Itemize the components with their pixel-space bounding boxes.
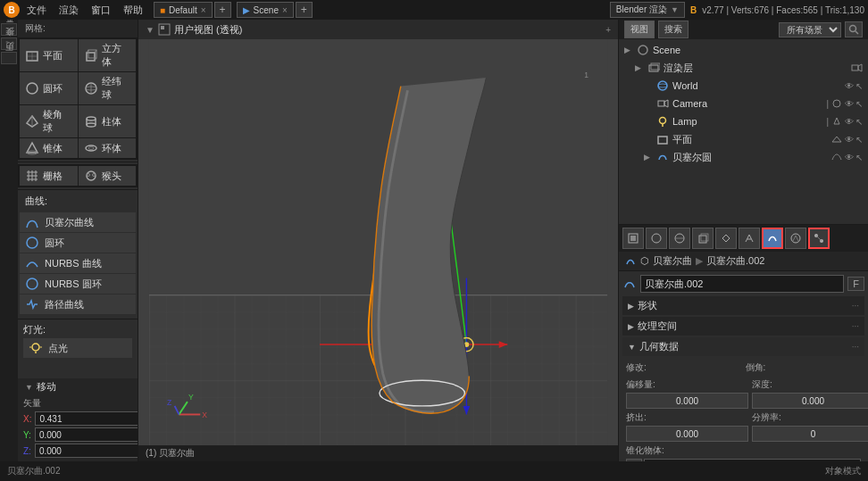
camera-cursor-icon[interactable]: ↖ bbox=[855, 99, 863, 109]
plane-visible-icon[interactable]: 👁 bbox=[845, 135, 854, 145]
mesh-cube[interactable]: 立方体 bbox=[79, 39, 137, 71]
scene-expand: ▶ bbox=[624, 46, 633, 54]
mesh-circle[interactable]: 圆环 bbox=[20, 72, 78, 104]
camera-render-icon bbox=[830, 97, 843, 110]
plane-cursor-icon[interactable]: ↖ bbox=[855, 135, 863, 145]
offset-label: 偏移量: bbox=[626, 378, 748, 391]
curve-bezier[interactable]: 贝塞尔曲线 bbox=[20, 212, 136, 232]
tab2-close[interactable]: × bbox=[282, 5, 288, 15]
svg-point-69 bbox=[658, 84, 667, 87]
props-tab-render[interactable] bbox=[622, 228, 644, 249]
mesh-icosphere[interactable]: 棱角球 bbox=[20, 105, 78, 137]
z-value-input[interactable] bbox=[35, 444, 138, 458]
svg-point-33 bbox=[27, 278, 38, 289]
texture-space-header[interactable]: ▶ 纹理空间 ··· bbox=[622, 317, 864, 336]
camera-visible-icon[interactable]: 👁 bbox=[845, 99, 854, 109]
mesh-cone[interactable]: 锥体 bbox=[20, 138, 78, 158]
menu-render[interactable]: 渲染 bbox=[54, 2, 84, 19]
version-info: v2.77 | Verts:676 | Faces:565 | Tris:1,1… bbox=[702, 5, 864, 15]
plane-icon bbox=[656, 133, 669, 145]
light-point[interactable]: 点光 bbox=[23, 338, 132, 358]
svg-text:Y: Y bbox=[188, 393, 194, 402]
right-panel: 视图 搜索 所有场景 ▶ Scene ▶ 渲染层 bbox=[618, 20, 868, 461]
outliner-search-tab[interactable]: 搜索 bbox=[658, 21, 689, 38]
curve-nurbs[interactable]: NURBS 曲线 bbox=[20, 253, 136, 273]
offset-input[interactable] bbox=[626, 393, 748, 409]
menu-window[interactable]: 窗口 bbox=[86, 2, 116, 19]
props-tab-modifiers[interactable] bbox=[739, 228, 760, 249]
curve-circle[interactable]: 圆环 bbox=[20, 233, 136, 253]
mesh-section-label: 网格: bbox=[18, 20, 138, 37]
vtab-tools[interactable]: 工具 bbox=[1, 23, 17, 36]
tab-add-btn[interactable]: + bbox=[214, 2, 231, 18]
mesh-plane[interactable]: 平面 bbox=[20, 39, 78, 71]
scope-dropdown[interactable]: 所有场景 bbox=[779, 22, 841, 37]
lamp-type-icon bbox=[830, 115, 843, 128]
props-tab-data[interactable] bbox=[762, 228, 783, 249]
outliner-lamp[interactable]: Lamp | 👁 ↖ bbox=[619, 112, 868, 130]
f-badge[interactable]: F bbox=[847, 277, 864, 291]
props-tabs bbox=[619, 225, 868, 252]
outliner-bezier-circle[interactable]: ▶ 贝塞尔圆 👁 ↖ bbox=[619, 148, 868, 166]
lamp-cursor-icon[interactable]: ↖ bbox=[855, 117, 863, 127]
lights-section: 灯光: 点光 bbox=[18, 321, 138, 361]
tab2-add-btn[interactable]: + bbox=[296, 2, 313, 18]
mesh-uvsphere[interactable]: 经纬球 bbox=[79, 72, 137, 104]
extrude-input[interactable] bbox=[626, 426, 748, 442]
bezier-visible-icon[interactable]: 👁 bbox=[845, 153, 854, 162]
menu-help[interactable]: 帮助 bbox=[118, 2, 148, 19]
outliner-scene[interactable]: ▶ Scene bbox=[619, 41, 868, 59]
obj-name-input[interactable] bbox=[640, 275, 844, 293]
outliner-renderlayer[interactable]: ▶ 渲染层 bbox=[619, 59, 868, 77]
world-cursor-icon[interactable]: ↖ bbox=[855, 81, 863, 91]
editor-tab-2[interactable]: ▶ Scene × bbox=[237, 2, 294, 18]
outliner-camera[interactable]: Camera | 👁 ↖ bbox=[619, 95, 868, 112]
depth-input[interactable] bbox=[752, 393, 868, 409]
viewport-corner-plus[interactable]: + bbox=[605, 25, 611, 35]
svg-point-63 bbox=[638, 46, 647, 54]
vtab-history[interactable]: 历史 bbox=[1, 52, 17, 64]
main-viewport: ▼ 用户视图 (透视) + bbox=[138, 20, 618, 461]
svg-line-87 bbox=[816, 236, 822, 241]
svg-point-73 bbox=[660, 118, 666, 124]
renderlayer-camera-icon bbox=[850, 62, 863, 74]
blender-logo[interactable]: B bbox=[4, 2, 20, 18]
outliner-world[interactable]: World 👁 ↖ bbox=[619, 77, 868, 95]
curve-section-label: 曲线: bbox=[18, 192, 138, 211]
outliner-section: 视图 搜索 所有场景 ▶ Scene ▶ 渲染层 bbox=[619, 20, 868, 225]
props-tab-world[interactable] bbox=[669, 228, 690, 249]
props-tab-material[interactable] bbox=[785, 228, 806, 249]
world-visible-icon[interactable]: 👁 bbox=[845, 81, 854, 91]
props-tab-constraints[interactable] bbox=[715, 228, 737, 249]
outliner-plane[interactable]: 平面 👁 ↖ bbox=[619, 130, 868, 148]
outliner-search-btn[interactable] bbox=[845, 21, 863, 37]
svg-text:1: 1 bbox=[584, 70, 588, 79]
mesh-torus[interactable]: 环体 bbox=[79, 138, 137, 158]
curve-nurbs-circle[interactable]: NURBS 圆环 bbox=[20, 274, 136, 294]
props-tab-particles[interactable] bbox=[808, 228, 830, 249]
camera-icon bbox=[656, 97, 669, 110]
vtab-transform[interactable]: 变换 bbox=[1, 37, 17, 50]
resolution-input[interactable] bbox=[752, 426, 868, 442]
render-engine-dropdown[interactable]: Blender 渲染 ▼ bbox=[610, 2, 685, 18]
left-sidebar: 网格: 平面 立方体 圆环 经纬球 棱角球 柱体 锥体 bbox=[18, 20, 138, 461]
outliner-view-tab[interactable]: 视图 bbox=[624, 21, 655, 38]
viewport-canvas[interactable]: X Y Z 1 (1) 贝塞尔曲 bbox=[138, 39, 618, 461]
shape-section-header[interactable]: ▶ 形状 ··· bbox=[622, 296, 864, 315]
menu-file[interactable]: 文件 bbox=[21, 2, 52, 19]
mesh-grid-item[interactable]: 栅格 bbox=[20, 166, 78, 186]
props-tab-object[interactable] bbox=[692, 228, 714, 249]
x-value-input[interactable] bbox=[35, 411, 138, 426]
y-value-input[interactable] bbox=[35, 427, 138, 442]
geometry-section-header[interactable]: ▼ 几何数据 ··· bbox=[622, 337, 864, 356]
lamp-visible-icon[interactable]: 👁 bbox=[845, 117, 854, 127]
props-tab-scene[interactable] bbox=[646, 228, 667, 249]
svg-point-78 bbox=[652, 234, 661, 243]
tab1-close[interactable]: × bbox=[201, 5, 206, 15]
bezier-cursor-icon[interactable]: ↖ bbox=[855, 153, 863, 162]
editor-tab-1[interactable]: ■ Default × bbox=[154, 2, 213, 18]
curve-path[interactable]: 路径曲线 bbox=[20, 294, 136, 314]
mesh-cylinder[interactable]: 柱体 bbox=[79, 105, 137, 137]
resolution-label: 分辨率: bbox=[752, 411, 868, 424]
mesh-monkey[interactable]: 猴头 bbox=[79, 166, 137, 186]
